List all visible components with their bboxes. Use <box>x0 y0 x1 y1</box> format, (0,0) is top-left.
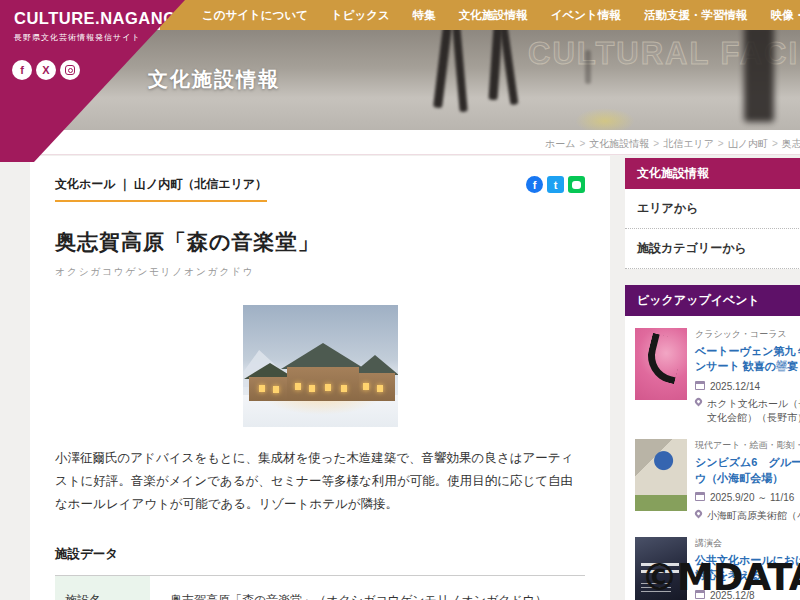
nav-events[interactable]: イベント情報 <box>551 8 621 23</box>
photo-window <box>295 383 301 390</box>
event-date: 2025.9/20 ～ 11/16 <box>710 491 794 505</box>
share-line-icon[interactable] <box>568 176 585 193</box>
event-venue: 小海町高原美術館（小海町） <box>707 509 800 523</box>
sidebar-item-category[interactable]: 施設カテゴリーから <box>625 229 800 269</box>
nav-feature[interactable]: 特集 <box>413 8 436 23</box>
event-title-link[interactable]: ベートーヴェン第九 年の瀬コンサート 歓喜の響宴 FINAL <box>695 344 800 375</box>
location-pin-icon <box>694 397 704 407</box>
event-title-link[interactable]: シンビズム6 グループショウ（小海町会場） <box>695 455 800 486</box>
category-tags[interactable]: 文化ホール ｜ 山ノ内町（北信エリア） <box>55 176 267 202</box>
facility-data-heading: 施設データ <box>55 546 585 575</box>
photo-window <box>273 386 279 393</box>
skater-silhouette <box>488 30 502 100</box>
share-twitter-icon[interactable]: t <box>547 176 564 193</box>
breadcrumb-facilities[interactable]: 文化施設情報 <box>589 138 649 149</box>
breadcrumb-current: 奥志賀高原「森の音楽堂」 <box>782 138 800 149</box>
facility-description: 小澤征爾氏のアドバイスをもとに、集成材を使った木造建築で、音響効果の良さはアーテ… <box>55 447 585 516</box>
table-value: 奥志賀高原「森の音楽堂」（オクシガコウゲンモリノオンガクドウ） <box>150 576 585 600</box>
photo-roof <box>281 343 365 369</box>
nav-about[interactable]: このサイトについて <box>202 8 308 23</box>
logo-subtitle: 長野県文化芸術情報発信サイト <box>14 32 141 43</box>
photo-building <box>249 377 291 401</box>
event-category: クラシック・コーラス <box>695 328 800 341</box>
skater-silhouette <box>585 50 591 84</box>
breadcrumb-bar: ホーム>文化施設情報>北信エリア>山ノ内町>奥志賀高原「森の音楽堂」 <box>0 130 800 155</box>
sidebar: 文化施設情報 エリアから 施設カテゴリーから ピックアップイベント クラシック・… <box>625 158 800 600</box>
nav-topics[interactable]: トピックス <box>331 8 390 23</box>
event-venue: ホクト文化ホール（長野県民文化会館）（長野市） <box>707 397 800 424</box>
list-item: 現代アート・絵画・彫刻・版画 シンビズム6 グループショウ（小海町会場） 202… <box>635 439 800 522</box>
photo-window <box>259 385 265 392</box>
event-category: 現代アート・絵画・彫刻・版画 <box>695 439 800 452</box>
photo-window <box>341 385 347 392</box>
instagram-icon[interactable] <box>60 60 80 80</box>
sidebar-pickup-header: ピックアップイベント <box>625 285 800 316</box>
sidebar-facilities-header: 文化施設情報 <box>625 158 800 189</box>
breadcrumb-area[interactable]: 北信エリア <box>663 138 714 149</box>
main-nav: このサイトについて トピックス 特集 文化施設情報 イベント情報 活動支援・学習… <box>160 0 800 30</box>
facility-data-table: 施設名 奥志賀高原「森の音楽堂」（オクシガコウゲンモリノオンガクドウ） 住所 〒… <box>55 575 585 600</box>
facebook-icon[interactable]: f <box>12 60 32 80</box>
breadcrumb-separator: > <box>718 138 724 149</box>
event-date: 2025.12/14 <box>710 380 760 394</box>
skater-silhouette <box>500 30 519 105</box>
photo-window <box>325 384 331 391</box>
breadcrumb: ホーム>文化施設情報>北信エリア>山ノ内町>奥志賀高原「森の音楽堂」 <box>545 137 800 151</box>
photo-window <box>309 385 315 392</box>
breadcrumb-separator: > <box>772 138 778 149</box>
calendar-icon <box>695 492 705 501</box>
nav-facilities[interactable]: 文化施設情報 <box>459 8 528 23</box>
breadcrumb-separator: > <box>579 138 585 149</box>
instagram-camera-glyph <box>65 65 75 75</box>
social-links: f X <box>12 60 80 80</box>
table-label: 施設名 <box>55 576 150 600</box>
facility-title: 奥志賀高原「森の音楽堂」 <box>55 228 585 256</box>
photo-building <box>355 373 395 401</box>
breadcrumb-town[interactable]: 山ノ内町 <box>728 138 768 149</box>
facility-photo <box>243 305 398 427</box>
sidebar-item-area[interactable]: エリアから <box>625 189 800 229</box>
hero-highlight <box>575 108 635 130</box>
mdata-watermark: ©MDATA <box>641 556 800 599</box>
facility-title-kana: オクシガコウゲンモリノオンガクドウ <box>55 265 585 279</box>
event-category: 講演会 <box>695 537 800 550</box>
skater-silhouette <box>433 30 452 108</box>
breadcrumb-separator: > <box>653 138 659 149</box>
location-pin-icon <box>694 508 704 518</box>
list-item: クラシック・コーラス ベートーヴェン第九 年の瀬コンサート 歓喜の響宴 FINA… <box>635 328 800 424</box>
logo-title: CULTURE.NAGANO <box>14 9 177 28</box>
page: このサイトについて トピックス 特集 文化施設情報 イベント情報 活動支援・学習… <box>0 0 800 600</box>
photo-window <box>377 385 383 392</box>
event-thumbnail[interactable] <box>635 328 687 400</box>
photo-window <box>363 383 369 390</box>
line-bubble-glyph <box>572 181 581 189</box>
page-title: 文化施設情報 <box>148 66 280 93</box>
calendar-icon <box>695 381 705 390</box>
article-card: 文化ホール ｜ 山ノ内町（北信エリア） f t 奥志賀高原「森の音楽堂」 オクシ… <box>30 156 610 600</box>
breadcrumb-home[interactable]: ホーム <box>545 138 575 149</box>
skater-silhouette <box>744 30 774 122</box>
x-icon[interactable]: X <box>36 60 56 80</box>
nav-video[interactable]: 映像・動画 <box>770 8 800 23</box>
share-buttons: f t <box>526 176 585 193</box>
nav-support[interactable]: 活動支援・学習情報 <box>644 8 748 23</box>
skater-silhouette <box>452 30 467 112</box>
share-facebook-icon[interactable]: f <box>526 176 543 193</box>
table-row: 施設名 奥志賀高原「森の音楽堂」（オクシガコウゲンモリノオンガクドウ） <box>55 575 585 600</box>
event-thumbnail[interactable] <box>635 439 687 511</box>
